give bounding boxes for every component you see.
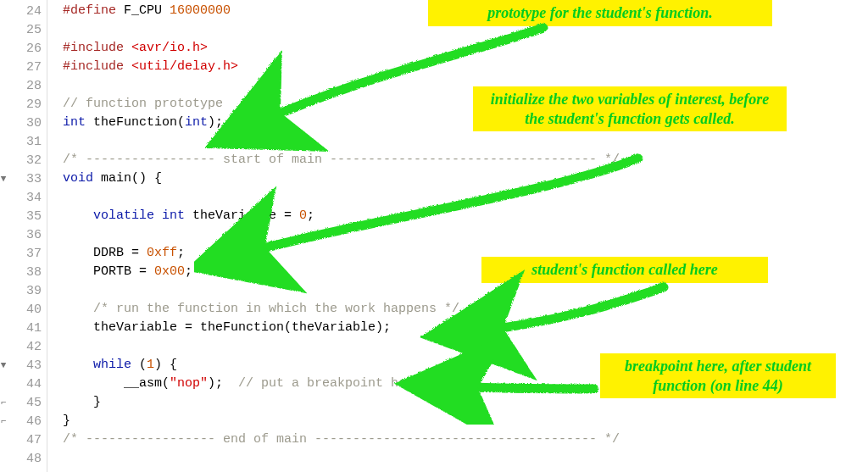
line-number: 36 <box>0 225 47 244</box>
code-line[interactable]: /* ----------------- end of main -------… <box>63 430 868 449</box>
line-number: 24 <box>0 2 47 20</box>
fold-icon[interactable]: ⌐ <box>0 416 8 426</box>
code-line[interactable]: } <box>63 412 868 430</box>
line-number: 42 <box>0 337 47 356</box>
code-line[interactable]: /* run the function in which the work ha… <box>63 300 868 319</box>
code-line[interactable] <box>63 132 868 151</box>
line-number: 25 <box>0 20 47 39</box>
line-number: 27 <box>0 58 47 76</box>
line-number: 29 <box>0 95 47 114</box>
annotation-breakpoint: breakpoint here, after student function … <box>600 353 836 398</box>
code-line[interactable]: volatile int theVariable = 0; <box>63 207 868 225</box>
code-area[interactable]: #define F_CPU 16000000 #include <avr/io.… <box>47 0 868 472</box>
line-number: ⌐46 <box>0 412 47 430</box>
code-line[interactable] <box>63 281 868 300</box>
code-line[interactable]: #include <avr/io.h> <box>63 39 868 58</box>
line-number: 34 <box>0 188 47 207</box>
line-number: ▼33 <box>0 169 47 188</box>
line-number: 41 <box>0 319 47 337</box>
line-number: 38 <box>0 263 47 281</box>
code-line[interactable] <box>63 225 868 244</box>
line-number: 32 <box>0 151 47 169</box>
code-line[interactable]: /* ----------------- start of main -----… <box>63 151 868 169</box>
code-line[interactable]: #include <util/delay.h> <box>63 58 868 76</box>
annotation-initialize: initialize the two variables of interest… <box>473 86 787 131</box>
code-line[interactable] <box>63 188 868 207</box>
line-number: 31 <box>0 132 47 151</box>
fold-icon[interactable]: ▼ <box>0 360 8 370</box>
line-number: 26 <box>0 39 47 58</box>
annotation-called-here: student's function called here <box>481 257 768 283</box>
code-line[interactable] <box>63 449 868 468</box>
code-line[interactable]: void main() { <box>63 169 868 188</box>
fold-icon[interactable]: ▼ <box>0 174 8 184</box>
line-number: 28 <box>0 76 47 95</box>
line-number: 39 <box>0 281 47 300</box>
line-number: ⌐45 <box>0 393 47 412</box>
line-number: 37 <box>0 244 47 263</box>
line-number: 47 <box>0 430 47 449</box>
code-editor: 242526272829303132▼33343536373839404142▼… <box>0 0 868 472</box>
line-number: 35 <box>0 207 47 225</box>
line-number: 44 <box>0 375 47 393</box>
line-number-gutter: 242526272829303132▼33343536373839404142▼… <box>0 0 47 472</box>
line-number: ▼43 <box>0 356 47 375</box>
annotation-prototype: prototype for the student's function. <box>428 0 772 26</box>
line-number: 40 <box>0 300 47 319</box>
code-line[interactable]: theVariable = theFunction(theVariable); <box>63 319 868 337</box>
line-number: 48 <box>0 449 47 468</box>
line-number: 30 <box>0 114 47 132</box>
fold-icon[interactable]: ⌐ <box>0 397 8 408</box>
